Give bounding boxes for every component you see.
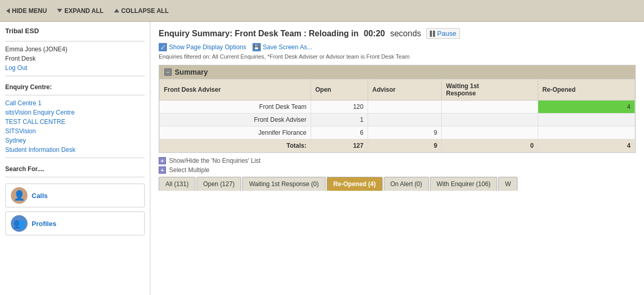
row3-reopened: [538, 127, 635, 139]
top-toolbar: HIDE MENU EXPAND ALL COLLAPSE ALL: [0, 0, 644, 22]
sidebar-divider-4: [5, 158, 145, 158]
save-screen-as-link[interactable]: 💾 Save Screen As...: [253, 43, 312, 51]
tab-w[interactable]: W: [498, 177, 517, 191]
summary-table-header-row: Front Desk Adviser Open Advisor Waiting …: [160, 79, 635, 101]
row2-name: Front Desk Adviser: [160, 114, 311, 127]
select-multiple-label: Select Multiple: [169, 166, 209, 174]
row3-waiting: [442, 127, 538, 139]
collapse-all-icon: [114, 9, 119, 12]
row3-advisor: 9: [368, 127, 441, 139]
summary-title: Summary: [175, 68, 208, 76]
select-multiple[interactable]: + Select Multiple: [159, 166, 636, 174]
sidebar-item-sitsvision-enquiry[interactable]: sitsVision Enquiry Centre: [5, 109, 145, 116]
tab-all[interactable]: All (131): [159, 177, 195, 191]
table-row: Jennifer Florance 6 9: [160, 127, 635, 139]
row2-reopened: [538, 114, 635, 127]
sidebar-divider-2: [5, 76, 145, 76]
reload-suffix: seconds: [390, 29, 421, 38]
filter-text: Enquiries filtered on: All Current Enqui…: [159, 53, 636, 60]
show-hide-no-enquiries[interactable]: + Show/Hide the 'No Enquiries' List: [159, 157, 636, 164]
select-multiple-icon: +: [159, 166, 166, 174]
summary-header: − Summary: [159, 65, 635, 79]
collapse-all-button[interactable]: COLLAPSE ALL: [114, 7, 169, 15]
totals-label: Totals:: [160, 139, 311, 152]
col-waiting-1st-response: Waiting 1stResponse: [442, 79, 538, 101]
tab-open[interactable]: Open (127): [197, 177, 242, 191]
col-open: Open: [311, 79, 368, 101]
totals-row: Totals: 127 9 0 4: [160, 139, 635, 152]
hide-menu-icon: [6, 8, 10, 13]
calls-button[interactable]: 👤 Calls: [5, 184, 145, 207]
tab-on-alert[interactable]: On Alert (0): [384, 177, 429, 191]
row2-waiting: [442, 114, 538, 127]
totals-waiting: 0: [442, 139, 538, 152]
content-area: Enquiry Summary: Front Desk Team : Reloa…: [150, 22, 644, 295]
row1-advisor: [368, 101, 441, 114]
hide-menu-button[interactable]: HIDE MENU: [6, 7, 47, 15]
calls-icon: 👤: [11, 187, 27, 204]
tab-re-opened[interactable]: Re-Opened (4): [327, 177, 383, 191]
totals-open: 127: [311, 139, 368, 152]
row3-name: Jennifer Florance: [160, 127, 311, 139]
row1-waiting: [442, 101, 538, 114]
collapse-summary-icon[interactable]: −: [164, 68, 172, 76]
row2-advisor: [368, 114, 441, 127]
expand-all-button[interactable]: EXPAND ALL: [57, 7, 103, 15]
col-re-opened: Re-Opened: [538, 79, 635, 101]
page-title: Enquiry Summary: Front Desk Team : Reloa…: [159, 29, 359, 38]
bottom-actions: + Show/Hide the 'No Enquiries' List + Se…: [159, 157, 636, 174]
pause-label: Pause: [437, 30, 456, 37]
tab-waiting-1st-response[interactable]: Waiting 1st Response (0): [242, 177, 325, 191]
profiles-button[interactable]: 👥 Profiles: [5, 212, 145, 235]
sidebar-item-student-info[interactable]: Student Information Desk: [5, 146, 145, 153]
enquiry-centre-label: Enquiry Centre:: [5, 83, 145, 91]
sidebar: Tribal ESD Emma Jones (JONE4) Front Desk…: [0, 22, 150, 295]
search-label: Search For....: [5, 165, 145, 173]
save-screen-label: Save Screen As...: [263, 44, 312, 51]
tabs-bar: All (131) Open (127) Waiting 1st Respons…: [159, 177, 636, 191]
totals-reopened: 4: [538, 139, 635, 152]
pause-button[interactable]: Pause: [426, 28, 460, 39]
show-page-icon: 🖊: [159, 43, 167, 51]
logout-link[interactable]: Log Out: [5, 64, 145, 72]
sidebar-divider-3: [5, 95, 145, 95]
totals-advisor: 9: [368, 139, 441, 152]
app-title: Tribal ESD: [5, 27, 145, 35]
table-row: Front Desk Adviser 1: [160, 114, 635, 127]
show-page-display-options-link[interactable]: 🖊 Show Page Display Options: [159, 43, 246, 51]
profiles-icon: 👥: [11, 215, 27, 232]
user-name: Emma Jones (JONE4): [5, 46, 145, 53]
show-hide-label: Show/Hide the 'No Enquiries' List: [169, 157, 261, 164]
profiles-label: Profiles: [32, 220, 57, 228]
show-hide-icon: +: [159, 157, 166, 164]
sidebar-divider-1: [5, 41, 145, 41]
expand-all-icon: [57, 9, 62, 12]
row1-reopened: 4: [538, 101, 635, 114]
reload-time: 00:20: [364, 29, 385, 38]
sidebar-item-call-centre-1[interactable]: Call Centre 1: [5, 100, 145, 107]
col-advisor: Advisor: [368, 79, 441, 101]
content-header: Enquiry Summary: Front Desk Team : Reloa…: [159, 28, 636, 39]
sidebar-divider-5: [5, 177, 145, 177]
sidebar-item-sitsvision[interactable]: SITSVision: [5, 128, 145, 135]
sidebar-item-sydney[interactable]: Sydney: [5, 137, 145, 144]
main-layout: Tribal ESD Emma Jones (JONE4) Front Desk…: [0, 22, 644, 295]
col-front-desk-adviser: Front Desk Adviser: [160, 79, 311, 101]
action-links: 🖊 Show Page Display Options 💾 Save Scree…: [159, 43, 636, 51]
pause-icon: [430, 31, 435, 37]
row1-open: 120: [311, 101, 368, 114]
summary-section: − Summary Front Desk Adviser Open Adviso…: [159, 65, 636, 153]
user-desk: Front Desk: [5, 55, 145, 62]
sidebar-item-test-call-centre[interactable]: TEST CALL CENTRE: [5, 118, 145, 125]
show-page-display-label: Show Page Display Options: [169, 44, 246, 51]
row2-open: 1: [311, 114, 368, 127]
table-row: Front Desk Team 120 4: [160, 101, 635, 114]
save-screen-icon: 💾: [253, 43, 261, 51]
summary-table: Front Desk Adviser Open Advisor Waiting …: [159, 79, 635, 152]
calls-label: Calls: [32, 192, 48, 200]
tab-with-enquirer[interactable]: With Enquirer (106): [430, 177, 497, 191]
row1-name: Front Desk Team: [160, 101, 311, 114]
row3-open: 6: [311, 127, 368, 139]
